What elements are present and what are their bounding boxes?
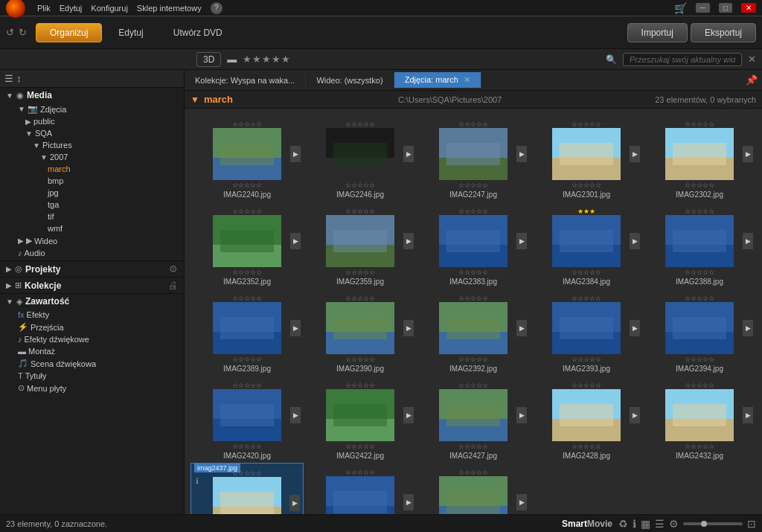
bottom-icon-grid[interactable]: ▦ — [641, 518, 650, 530]
photo-menu-btn-16[interactable]: ▶ — [403, 407, 414, 423]
tab-zdjecia-march[interactable]: Zdjęcia: march ✕ — [394, 72, 481, 88]
photo-menu-btn-8[interactable]: ▶ — [630, 233, 640, 249]
sidebar-item-sqa[interactable]: ▼ SQA — [0, 127, 184, 139]
photo-menu-btn-7[interactable]: ▶ — [516, 233, 527, 249]
photo-cell-14[interactable]: ☆☆☆☆☆▶☆☆☆☆☆IMAG2394.jpg — [643, 289, 756, 376]
kolekcje-gear-icon[interactable]: 🖨 — [168, 280, 178, 291]
maximize-button[interactable]: □ — [719, 3, 732, 13]
photo-menu-btn-17[interactable]: ▶ — [516, 407, 527, 423]
photo-menu-btn-14[interactable]: ▶ — [743, 320, 753, 336]
photo-menu-btn-3[interactable]: ▶ — [630, 146, 640, 162]
sidebar-item-audio[interactable]: ♪ Audio — [0, 247, 184, 259]
photo-menu-btn-1[interactable]: ▶ — [403, 146, 414, 162]
photo-cell-19[interactable]: ☆☆☆☆☆▶☆☆☆☆☆IMAG2432.jpg — [643, 376, 756, 463]
sidebar-item-wideo[interactable]: ▶ ▶ Wideo — [0, 234, 184, 247]
sidebar-view-icon[interactable]: ☰ — [4, 73, 13, 84]
photo-cell-7[interactable]: ☆☆☆☆☆▶☆☆☆☆☆IMAG2383.jpg — [417, 202, 530, 289]
menu-file[interactable]: Plik — [37, 4, 51, 13]
menu-shop[interactable]: Sklep internetowy — [137, 4, 202, 13]
photo-cell-22[interactable]: ☆☆☆☆☆▶☆☆☆☆☆IMAG2464.jpg — [417, 463, 530, 514]
photo-menu-btn-6[interactable]: ▶ — [403, 233, 414, 249]
sidebar-item-zdjecia[interactable]: ▼ 📷 Zdjęcia — [0, 103, 184, 115]
photo-cell-21[interactable]: ☆☆☆☆☆▶☆☆☆☆☆IMAG2438.jpg — [304, 463, 417, 514]
bottom-icon-list[interactable]: ☰ — [655, 518, 665, 530]
sidebar-item-tga[interactable]: tga — [0, 199, 184, 211]
photo-menu-btn-13[interactable]: ▶ — [630, 320, 640, 336]
bottom-icon-expand[interactable]: ⊡ — [747, 518, 756, 530]
export-button[interactable]: Eksportuj — [691, 23, 756, 42]
bottom-icon-recycle[interactable]: ♻ — [618, 518, 628, 530]
clear-search-icon[interactable]: ✕ — [748, 54, 756, 65]
photo-cell-6[interactable]: ☆☆☆☆☆▶☆☆☆☆☆IMAG2359.jpg — [304, 202, 417, 289]
bottom-icon-info[interactable]: ℹ — [633, 518, 636, 530]
redo-icon[interactable]: ↻ — [19, 27, 27, 38]
close-button[interactable]: ✕ — [741, 3, 756, 13]
sidebar-item-menu-plyty[interactable]: ⊙ Menu płyty — [0, 382, 184, 394]
sidebar-item-2007[interactable]: ▼ 2007 — [0, 151, 184, 163]
photo-cell-16[interactable]: ☆☆☆☆☆▶☆☆☆☆☆IMAG2422.jpg — [304, 376, 417, 463]
photo-cell-20[interactable]: ☆☆☆☆☆imag2437.jpgℹ⬛▶☆☆☆☆☆IMAG2437.jpg — [190, 463, 304, 514]
menu-help[interactable]: ? — [211, 2, 222, 14]
sidebar-item-media[interactable]: ▼ ◉ Media — [0, 88, 184, 103]
sidebar-item-montaz[interactable]: ▬ Montaż — [0, 345, 184, 357]
sidebar-item-march[interactable]: march — [0, 163, 184, 175]
organize-button[interactable]: Organizuj — [36, 23, 102, 42]
photo-cell-4[interactable]: ☆☆☆☆☆▶☆☆☆☆☆IMAG2302.jpg — [643, 115, 756, 202]
photo-cell-15[interactable]: ☆☆☆☆☆▶☆☆☆☆☆IMAG2420.jpg — [190, 376, 304, 463]
photo-menu-btn-10[interactable]: ▶ — [290, 320, 301, 336]
photo-menu-btn-19[interactable]: ▶ — [743, 407, 753, 423]
sidebar-item-kolekcje[interactable]: ▶ ⊞ Kolekcje 🖨 — [0, 277, 184, 293]
photo-cell-13[interactable]: ☆☆☆☆☆▶☆☆☆☆☆IMAG2393.jpg — [530, 289, 643, 376]
photo-cell-3[interactable]: ☆☆☆☆☆▶☆☆☆☆☆IMAG2301.jpg — [530, 115, 643, 202]
photo-cell-18[interactable]: ☆☆☆☆☆▶☆☆☆☆☆IMAG2428.jpg — [530, 376, 643, 463]
photo-cell-11[interactable]: ☆☆☆☆☆▶☆☆☆☆☆IMAG2390.jpg — [304, 289, 417, 376]
photo-cell-10[interactable]: ☆☆☆☆☆▶☆☆☆☆☆IMAG2389.jpg — [190, 289, 304, 376]
zoom-slider[interactable] — [683, 522, 743, 525]
sidebar-item-pictures[interactable]: ▼ Pictures — [0, 139, 184, 151]
photo-menu-btn-15[interactable]: ▶ — [290, 407, 301, 423]
photo-menu-btn-12[interactable]: ▶ — [516, 320, 527, 336]
edit-button[interactable]: Edytuj — [105, 24, 156, 42]
sidebar-item-efekty[interactable]: fx Efekty — [0, 309, 184, 321]
photo-menu-btn-2[interactable]: ▶ — [516, 146, 527, 162]
bottom-icon-settings[interactable]: ⚙ — [669, 518, 679, 530]
photo-cell-2[interactable]: ☆☆☆☆☆▶☆☆☆☆☆IMAG2247.jpg — [417, 115, 530, 202]
sidebar-item-efekty-dzwiek[interactable]: ♪ Efekty dźwiękowe — [0, 333, 184, 345]
sidebar-item-jpg[interactable]: jpg — [0, 187, 184, 199]
photo-cell-8[interactable]: ★★★▶☆☆☆☆☆IMAG2384.jpg — [530, 202, 643, 289]
tab-close-icon[interactable]: ✕ — [464, 75, 470, 84]
sidebar-item-przejscia[interactable]: ⚡ Przejścia — [0, 321, 184, 333]
sidebar-item-wmf[interactable]: wmf — [0, 222, 184, 234]
sidebar-item-tytuly[interactable]: T Tytuły — [0, 370, 184, 382]
photo-cell-9[interactable]: ☆☆☆☆☆▶☆☆☆☆☆IMAG2388.jpg — [643, 202, 756, 289]
photo-menu-btn-4[interactable]: ▶ — [743, 146, 753, 162]
tab-kolekcje[interactable]: Kolekcje: Wyspa na waka... — [185, 73, 306, 88]
photo-cell-12[interactable]: ☆☆☆☆☆▶☆☆☆☆☆IMAG2392.jpg — [417, 289, 530, 376]
photo-menu-btn-20[interactable]: ▶ — [289, 495, 300, 511]
photo-menu-btn-0[interactable]: ▶ — [290, 146, 301, 162]
photo-cell-5[interactable]: ☆☆☆☆☆▶☆☆☆☆☆IMAG2352.jpg — [190, 202, 304, 289]
menu-edit[interactable]: Edytuj — [60, 4, 83, 13]
photo-cell-0[interactable]: ☆☆☆☆☆▶☆☆☆☆☆IMAG2240.jpg — [190, 115, 304, 202]
photo-menu-btn-22[interactable]: ▶ — [516, 494, 527, 510]
photo-menu-btn-18[interactable]: ▶ — [630, 407, 640, 423]
projekty-gear-icon[interactable]: ⚙ — [169, 263, 178, 275]
menu-configure[interactable]: Konfiguruj — [91, 4, 128, 13]
sidebar-sort-icon[interactable]: ↕ — [16, 73, 22, 84]
sidebar-item-bmp[interactable]: bmp — [0, 175, 184, 187]
sidebar-item-public[interactable]: ▶ public — [0, 115, 184, 127]
photo-menu-btn-9[interactable]: ▶ — [743, 233, 753, 249]
3d-button[interactable]: 3D — [196, 52, 221, 67]
undo-icon[interactable]: ↺ — [6, 27, 14, 38]
filmstrip-icon[interactable]: ▬ — [227, 54, 237, 65]
photo-menu-btn-5[interactable]: ▶ — [290, 233, 301, 249]
photo-cell-1[interactable]: ☆☆☆☆☆▶☆☆☆☆☆IMAG2246.jpg — [304, 115, 417, 202]
search-input[interactable] — [623, 53, 742, 66]
sidebar-item-projekty[interactable]: ▶ ◎ Projekty ⚙ — [0, 260, 184, 277]
sidebar-item-tif[interactable]: tif — [0, 211, 184, 222]
create-dvd-button[interactable]: Utwórz DVD — [160, 24, 236, 42]
photo-cell-17[interactable]: ☆☆☆☆☆▶☆☆☆☆☆IMAG2427.jpg — [417, 376, 530, 463]
tab-wideo[interactable]: Wideo: (wszystko) — [306, 73, 394, 88]
photo-menu-btn-11[interactable]: ▶ — [403, 320, 414, 336]
import-button[interactable]: Importuj — [627, 23, 688, 42]
